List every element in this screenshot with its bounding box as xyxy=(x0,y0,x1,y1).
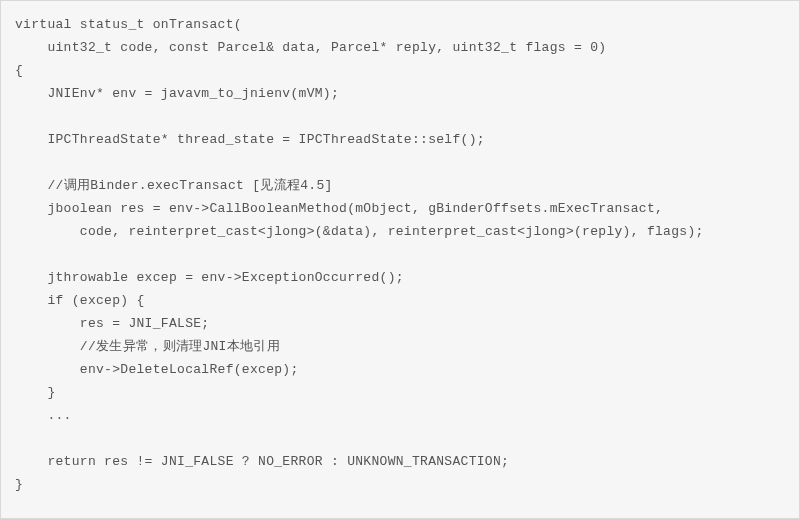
code-block: virtual status_t onTransact( uint32_t co… xyxy=(15,13,785,496)
